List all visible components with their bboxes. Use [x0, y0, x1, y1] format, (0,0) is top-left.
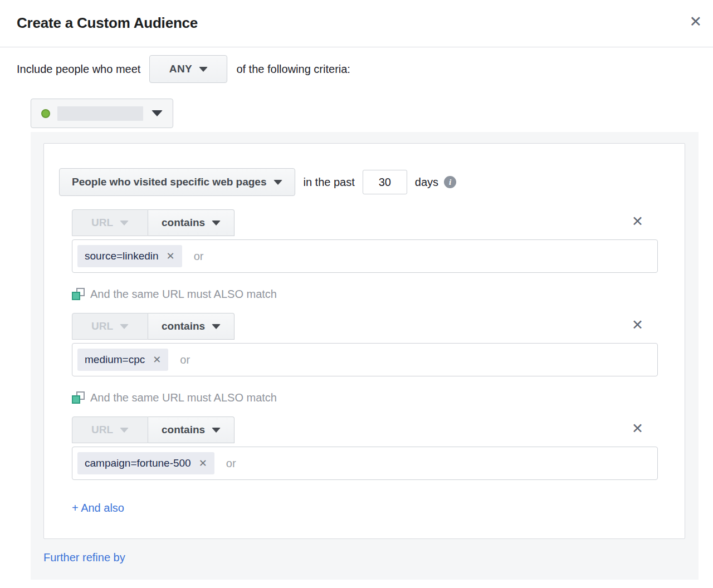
conditions-list: URL contains ✕ source=linkedin ✕ or — [72, 209, 658, 514]
chevron-down-icon — [120, 428, 129, 433]
condition-row: URL contains ✕ — [72, 416, 658, 443]
pixel-active-status-icon — [41, 109, 50, 118]
or-placeholder: or — [226, 457, 236, 470]
chevron-down-icon — [212, 220, 221, 226]
chevron-down-icon — [120, 324, 129, 329]
include-prefix-label: Include people who meet — [17, 63, 140, 76]
or-placeholder: or — [194, 250, 204, 263]
close-icon[interactable]: ✕ — [687, 12, 704, 32]
retention-days-input[interactable] — [363, 170, 407, 194]
url-field-dropdown[interactable]: URL — [72, 416, 148, 443]
include-criteria-row: Include people who meet ANY of the follo… — [17, 55, 713, 83]
chevron-down-icon — [212, 428, 221, 433]
match-type-value: ANY — [169, 63, 192, 75]
retention-suffix-label: days — [415, 176, 438, 189]
chevron-down-icon — [274, 180, 282, 185]
or-placeholder: or — [180, 354, 190, 366]
chevron-down-icon — [120, 220, 129, 226]
and-intersect-icon — [72, 391, 85, 404]
include-suffix-label: of the following criteria: — [236, 63, 350, 76]
and-intersect-icon — [72, 288, 85, 301]
operator-value: contains — [162, 217, 205, 229]
url-token-chip: source=linkedin ✕ — [77, 245, 182, 267]
remove-condition-icon[interactable]: ✕ — [632, 422, 643, 435]
url-token-input[interactable]: medium=cpc ✕ or — [72, 343, 658, 376]
dialog-header: Create a Custom Audience ✕ — [0, 0, 713, 47]
condition-row: URL contains ✕ — [72, 313, 658, 340]
url-field-dropdown[interactable]: URL — [72, 313, 148, 340]
url-token-input[interactable]: source=linkedin ✕ or — [72, 239, 658, 273]
event-row: People who visited specific web pages in… — [59, 168, 685, 196]
remove-condition-icon[interactable]: ✕ — [632, 214, 643, 228]
also-match-toggle[interactable]: And the same URL must ALSO match — [72, 288, 658, 301]
url-field-dropdown[interactable]: URL — [72, 209, 148, 236]
audience-rule-panel: People who visited specific web pages in… — [31, 132, 699, 580]
event-type-value: People who visited specific web pages — [72, 176, 267, 188]
operator-dropdown[interactable]: contains — [148, 416, 235, 443]
operator-value: contains — [162, 424, 205, 436]
add-condition-link[interactable]: + And also — [72, 502, 124, 514]
remove-token-icon[interactable]: ✕ — [167, 251, 175, 261]
retention-prefix-label: in the past — [304, 176, 355, 189]
rule-box: People who visited specific web pages in… — [43, 143, 685, 539]
url-field-value: URL — [91, 320, 113, 332]
url-token-chip: campaign=fortune-500 ✕ — [77, 452, 214, 474]
remove-condition-icon[interactable]: ✕ — [632, 318, 643, 332]
operator-dropdown[interactable]: contains — [148, 209, 235, 236]
pixel-source-dropdown[interactable] — [31, 99, 173, 128]
url-field-value: URL — [91, 424, 113, 436]
condition-row: URL contains ✕ — [72, 209, 658, 236]
further-refine-link[interactable]: Further refine by — [43, 551, 125, 564]
url-token-text: source=linkedin — [85, 250, 159, 262]
url-token-chip: medium=cpc ✕ — [77, 349, 168, 371]
also-match-label: And the same URL must ALSO match — [90, 288, 277, 301]
info-icon[interactable]: i — [444, 176, 456, 188]
also-match-label: And the same URL must ALSO match — [90, 391, 277, 404]
pixel-name-redacted — [57, 106, 143, 121]
url-field-value: URL — [91, 217, 113, 229]
url-token-text: medium=cpc — [85, 354, 145, 366]
remove-token-icon[interactable]: ✕ — [199, 458, 207, 468]
chevron-down-icon — [152, 110, 163, 116]
page-title: Create a Custom Audience — [17, 14, 696, 32]
remove-token-icon[interactable]: ✕ — [153, 355, 161, 365]
url-token-text: campaign=fortune-500 — [85, 457, 191, 469]
operator-value: contains — [162, 320, 205, 332]
operator-dropdown[interactable]: contains — [148, 313, 235, 340]
chevron-down-icon — [199, 67, 208, 72]
match-type-dropdown[interactable]: ANY — [149, 55, 227, 83]
chevron-down-icon — [212, 324, 221, 329]
also-match-toggle[interactable]: And the same URL must ALSO match — [72, 391, 658, 404]
event-type-dropdown[interactable]: People who visited specific web pages — [59, 168, 295, 196]
url-token-input[interactable]: campaign=fortune-500 ✕ or — [72, 447, 658, 480]
